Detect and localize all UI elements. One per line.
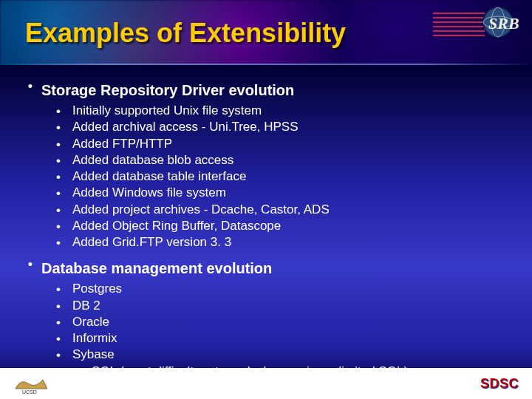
item-text: Added Object Ring Buffer, Datascope <box>72 218 281 233</box>
sdsc-logo-text: SDSC <box>480 376 519 392</box>
bullet-icon: • <box>55 331 62 347</box>
item-text: Initially supported Unix file system <box>72 103 262 118</box>
ucsd-logo-icon: UCSD <box>13 372 50 395</box>
item-text: Added Grid.FTP version 3. 3 <box>72 234 231 250</box>
item-text: DB 2 <box>72 298 100 313</box>
section-items: •Initially supported Unix file system •A… <box>27 103 517 250</box>
bullet-icon: • <box>55 153 62 168</box>
section-heading: Database management evolution <box>41 259 272 278</box>
item-text: Added database table interface <box>72 168 246 184</box>
srb-logo-icon: SRB <box>433 4 522 44</box>
srb-logo-text: SRB <box>488 14 519 33</box>
item-text: Added Windows file system <box>72 185 226 200</box>
slide-header: Examples of Extensibility SRB <box>0 0 532 66</box>
bullet-icon: • <box>55 137 62 152</box>
list-item: •Added project archives - Dcache, Castor… <box>55 202 517 218</box>
bullet-icon: • <box>55 103 62 119</box>
list-item: •Added FTP/HTTP <box>55 136 517 152</box>
item-text: Postgres <box>72 281 122 296</box>
list-item: •Added database blob access <box>55 152 517 168</box>
header-divider <box>0 64 532 65</box>
list-item: •Added database table interface <box>55 168 517 185</box>
slide-content: • Storage Repository Driver evolution •I… <box>0 66 532 380</box>
item-text: Added archival access - Uni.Tree, HPSS <box>72 119 299 134</box>
list-item: •DB 2 <box>55 298 517 314</box>
list-item: •Added Windows file system <box>55 185 517 201</box>
section-row: • Storage Repository Driver evolution <box>27 77 517 103</box>
item-text: Added FTP/HTTP <box>72 136 172 151</box>
section-row: • Database management evolution <box>27 255 517 281</box>
bullet-icon: • <box>55 185 62 201</box>
bullet-icon: • <box>55 347 62 363</box>
bullet-icon: • <box>27 78 34 95</box>
list-item: •Sybase <box>55 347 517 363</box>
bullet-icon: • <box>55 315 62 330</box>
item-text: Oracle <box>72 314 109 330</box>
bullet-icon: • <box>55 235 62 250</box>
item-text: Informix <box>72 330 117 346</box>
item-text: Added database blob access <box>72 152 233 168</box>
bullet-icon: • <box>55 299 62 314</box>
section-items: •Postgres •DB 2 •Oracle •Informix •Sybas… <box>27 281 517 380</box>
list-item: •Initially supported Unix file system <box>55 103 517 119</box>
slide-footer: UCSD SDSC <box>0 368 532 399</box>
slide-title: Examples of Extensibility <box>25 18 346 49</box>
item-text: Sybase <box>72 347 115 362</box>
bullet-icon: • <box>55 282 62 297</box>
list-item: •Added Object Ring Buffer, Datascope <box>55 218 517 234</box>
bullet-icon: • <box>27 256 34 273</box>
bullet-icon: • <box>55 219 62 234</box>
list-item: •Oracle <box>55 314 517 330</box>
list-item: •Added Grid.FTP version 3. 3 <box>55 234 517 250</box>
list-item: •Informix <box>55 330 517 347</box>
list-item: •Postgres <box>55 281 517 297</box>
bullet-icon: • <box>55 120 62 135</box>
svg-text:UCSD: UCSD <box>22 389 37 395</box>
bullet-icon: • <box>55 169 62 185</box>
section-heading: Storage Repository Driver evolution <box>41 81 294 100</box>
item-text: Added project archives - Dcache, Castor,… <box>72 202 330 217</box>
list-item: •Added archival access - Uni.Tree, HPSS <box>55 119 517 135</box>
bullet-icon: • <box>55 202 62 218</box>
